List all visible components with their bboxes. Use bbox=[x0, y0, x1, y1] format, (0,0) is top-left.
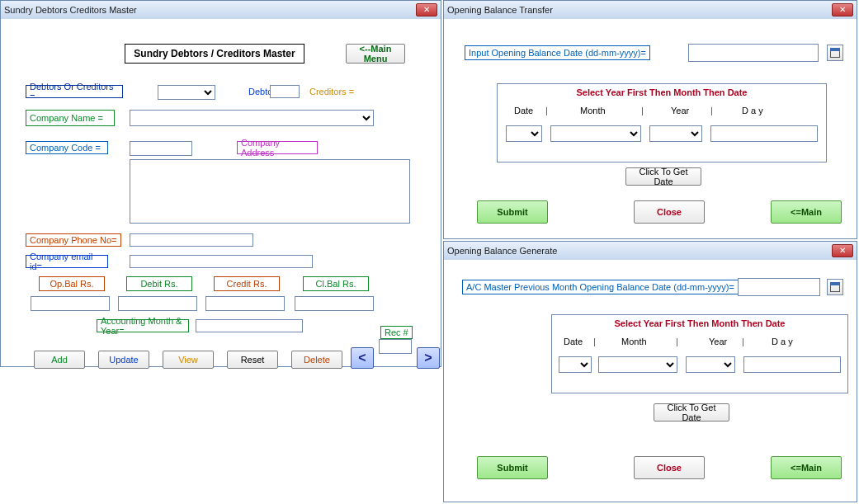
submit-button[interactable]: Submit bbox=[477, 456, 548, 479]
window-body: Sundry Debtors / Creditors Master <--Mai… bbox=[1, 19, 441, 368]
previous-record-button[interactable]: < bbox=[351, 347, 374, 369]
close-button[interactable]: Close bbox=[634, 456, 705, 479]
opening-balance-generate-window: Opening Balance Generate ✕ A/C Master Pr… bbox=[443, 241, 857, 502]
closing-balance-input[interactable] bbox=[295, 296, 374, 311]
window-title: Opening Balance Generate bbox=[447, 246, 828, 256]
label-company-name: Company Name = bbox=[26, 110, 115, 126]
window-title: Sundry Debtors Creditors Master bbox=[4, 5, 413, 15]
debtors-or-creditors-select[interactable] bbox=[158, 85, 215, 100]
label-debtors-or-creditors: Debtors Or Creditors = bbox=[26, 85, 123, 98]
submit-button[interactable]: Submit bbox=[477, 200, 548, 224]
reset-button[interactable]: Reset bbox=[227, 351, 278, 369]
debtors-input[interactable] bbox=[270, 85, 300, 98]
main-button[interactable]: <=Main bbox=[771, 456, 842, 479]
credit-input[interactable] bbox=[205, 296, 285, 311]
day-output bbox=[743, 356, 841, 373]
label-opening-balance: Op.Bal Rs. bbox=[39, 276, 105, 291]
company-email-input[interactable] bbox=[130, 255, 313, 268]
company-name-select[interactable] bbox=[130, 110, 374, 126]
month-select[interactable] bbox=[550, 125, 641, 142]
next-record-button[interactable]: > bbox=[417, 347, 440, 369]
date-picker-frame: Select Year First Then Month Then Date D… bbox=[497, 83, 827, 163]
accounting-month-year-input[interactable] bbox=[196, 319, 303, 332]
close-icon[interactable]: ✕ bbox=[832, 244, 853, 257]
window-title-bar[interactable]: Sundry Debtors Creditors Master ✕ bbox=[1, 1, 441, 19]
label-company-email: Company email id= bbox=[26, 255, 108, 268]
label-day: D a y bbox=[772, 337, 793, 346]
company-address-textarea[interactable] bbox=[130, 159, 410, 224]
window-title-bar[interactable]: Opening Balance Transfer ✕ bbox=[444, 1, 857, 19]
label-year: Year bbox=[709, 337, 727, 346]
prev-month-opening-balance-date-input[interactable] bbox=[738, 278, 820, 296]
label-company-code: Company Code = bbox=[26, 141, 108, 154]
main-button[interactable]: <=Main bbox=[771, 200, 842, 224]
label-opening-balance-date: Input Opening Balance Date (dd-mm-yyyy)= bbox=[465, 45, 650, 60]
date-select[interactable] bbox=[506, 125, 542, 142]
add-button[interactable]: Add bbox=[34, 351, 85, 369]
label-credit: Credit Rs. bbox=[214, 276, 280, 291]
label-day: D a y bbox=[742, 106, 763, 115]
main-menu-button[interactable]: <--Main Menu bbox=[346, 44, 405, 64]
date-picker-frame: Select Year First Then Month Then Date D… bbox=[551, 314, 848, 393]
label-date: Date bbox=[564, 337, 583, 346]
click-to-get-date-button[interactable]: Click To Get Date bbox=[654, 403, 729, 422]
year-select[interactable] bbox=[649, 125, 702, 142]
opening-balance-transfer-window: Opening Balance Transfer ✕ Input Opening… bbox=[443, 0, 857, 239]
label-date: Date bbox=[514, 106, 533, 115]
label-month: Month bbox=[580, 106, 606, 115]
record-no-input[interactable] bbox=[379, 339, 412, 354]
date-picker-title: Select Year First Then Month Then Date bbox=[552, 318, 847, 328]
close-icon[interactable]: ✕ bbox=[416, 3, 437, 16]
company-phone-input[interactable] bbox=[130, 233, 253, 247]
label-record-no: Rec # bbox=[380, 326, 413, 339]
label-closing-balance: Cl.Bal Rs. bbox=[303, 276, 369, 291]
opening-balance-input[interactable] bbox=[31, 296, 110, 311]
label-year: Year bbox=[671, 106, 689, 115]
window-body: A/C Master Previous Month Opening Balanc… bbox=[444, 260, 857, 502]
close-icon[interactable]: ✕ bbox=[832, 3, 853, 16]
label-prev-month-opening-balance-date: A/C Master Previous Month Opening Balanc… bbox=[462, 280, 739, 294]
label-creditors: Creditors = bbox=[306, 85, 359, 98]
sundry-master-window: Sundry Debtors Creditors Master ✕ Sundry… bbox=[0, 0, 441, 367]
label-debit: Debit Rs. bbox=[126, 276, 192, 291]
date-picker-title: Select Year First Then Month Then Date bbox=[498, 87, 826, 97]
year-select[interactable] bbox=[686, 356, 735, 373]
window-body: Input Opening Balance Date (dd-mm-yyyy)=… bbox=[444, 19, 857, 238]
label-month: Month bbox=[621, 337, 647, 346]
view-button[interactable]: View bbox=[163, 351, 214, 369]
month-select[interactable] bbox=[598, 356, 677, 373]
date-select[interactable] bbox=[559, 356, 592, 373]
delete-button[interactable]: Delete bbox=[291, 351, 342, 369]
debit-input[interactable] bbox=[118, 296, 197, 311]
window-title: Opening Balance Transfer bbox=[447, 5, 828, 15]
opening-balance-date-input[interactable] bbox=[688, 44, 819, 62]
company-code-input[interactable] bbox=[130, 141, 192, 156]
update-button[interactable]: Update bbox=[98, 351, 149, 369]
label-accounting-month-year: Accounting Month & Year= bbox=[97, 319, 189, 332]
close-button[interactable]: Close bbox=[634, 200, 705, 224]
calendar-icon[interactable] bbox=[827, 279, 843, 295]
label-company-phone: Company Phone No= bbox=[26, 233, 121, 247]
window-title-bar[interactable]: Opening Balance Generate ✕ bbox=[444, 242, 857, 260]
page-title: Sundry Debtors / Creditors Master bbox=[125, 44, 304, 64]
day-output bbox=[710, 125, 818, 142]
click-to-get-date-button[interactable]: Click To Get Date bbox=[625, 167, 701, 186]
label-company-address: Company Address bbox=[237, 141, 318, 154]
calendar-icon[interactable] bbox=[827, 45, 843, 61]
